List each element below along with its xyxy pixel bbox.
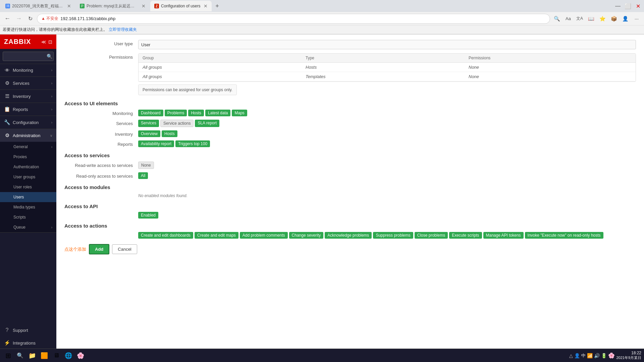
tag-triggers-top-100: Triggers top 100	[175, 140, 210, 147]
inventory-access-label: Inventory	[64, 130, 138, 137]
user-type-label: User type	[64, 40, 138, 46]
sidebar-subitem-media-types[interactable]: Media types	[0, 202, 56, 212]
tag-close-problems: Close problems	[415, 232, 448, 239]
form-button-row: 点这个添加 Add Cancel	[64, 244, 636, 254]
proxies-label: Proxies	[13, 155, 27, 159]
taskbar-user-icon[interactable]: 👤	[574, 353, 580, 358]
taskbar-app3-icon[interactable]: 🌸	[75, 350, 86, 361]
taskbar: ⊞ 🔍 📁 🟧 🖥 🌐 🌸 △ 👤 中 📶 🔊 🔋 🌸 18:22 2021年9…	[0, 349, 644, 362]
tab-3[interactable]: Z Configuration of users ✕	[150, 1, 212, 11]
taskbar-search-icon[interactable]: 🔍	[15, 350, 25, 361]
tag-maps: Maps	[232, 110, 247, 116]
sidebar-reports-label: Reports	[13, 107, 49, 112]
actions-tags-container: Create and edit dashboards Create and ed…	[138, 232, 636, 239]
actions-tags: Create and edit dashboards Create and ed…	[138, 232, 636, 239]
favorites-icon[interactable]: ⭐	[598, 14, 607, 23]
rw-access-tags: None	[138, 162, 636, 169]
sidebar-item-reports[interactable]: 📋 Reports ›	[0, 103, 56, 116]
collapse-sidebar-button[interactable]: ≪	[41, 39, 46, 45]
monitoring-icon: 👁	[4, 67, 10, 73]
maximize-button[interactable]: ⬜	[623, 1, 633, 11]
sidebar-services[interactable]: ⚙ Services ›	[0, 77, 56, 90]
tab-2[interactable]: P Problem: mysql主从延迟异常on... ✕	[76, 1, 150, 11]
sidebar-search-input[interactable]	[3, 52, 54, 61]
sidebar-subitem-users[interactable]: Users	[0, 192, 56, 202]
reader-mode-icon[interactable]: Aa	[564, 14, 573, 23]
tag-create-edit-dashboards: Create and edit dashboards	[138, 232, 193, 239]
taskbar-battery-icon[interactable]: 🔋	[601, 353, 607, 358]
minimize-button[interactable]: —	[613, 1, 623, 11]
inventory-access-tags: Overview Hosts	[138, 130, 636, 137]
sidebar-subitem-proxies[interactable]: Proxies	[0, 152, 56, 162]
tab-3-close[interactable]: ✕	[204, 3, 208, 9]
taskbar-notification-icon[interactable]: △	[569, 353, 573, 358]
search-icon[interactable]: 🔍	[552, 14, 561, 23]
access-services-title: Access to services	[64, 153, 636, 158]
back-button[interactable]: ←	[3, 14, 12, 23]
close-button[interactable]: ✕	[633, 1, 643, 11]
tag-ro-all: All	[138, 172, 148, 179]
sidebar-item-integrations[interactable]: ⚡ Integrations	[0, 337, 56, 349]
refresh-button[interactable]: ↻	[25, 14, 35, 23]
sidebar-reports[interactable]: 📋 Reports ›	[0, 103, 56, 116]
sidebar-monitoring-label: Monitoring	[13, 68, 49, 73]
configuration-arrow-icon: ›	[51, 121, 52, 124]
cancel-button[interactable]: Cancel	[112, 244, 137, 254]
tag-services: Services	[138, 120, 159, 127]
rw-access-label: Read-write access to services	[64, 162, 138, 168]
tag-execute-scripts: Execute scripts	[449, 232, 482, 239]
perm-group-2: All groups	[143, 74, 306, 79]
annotation-text: 点这个添加	[64, 246, 86, 252]
sidebar-monitoring[interactable]: 👁 Monitoring ›	[0, 64, 56, 77]
col-type: Type	[306, 56, 469, 60]
tag-rw-none: None	[138, 162, 154, 169]
general-label: General	[13, 144, 28, 149]
taskbar-app1-icon[interactable]: 🟧	[39, 350, 50, 361]
taskbar-volume-icon[interactable]: 🔊	[594, 353, 600, 358]
sidebar-subitem-user-roles[interactable]: User roles	[0, 182, 56, 192]
taskbar-explorer-icon[interactable]: 📁	[27, 350, 38, 361]
sidebar-item-monitoring[interactable]: 👁 Monitoring ›	[0, 64, 56, 76]
sidebar-subitem-user-groups[interactable]: User groups	[0, 172, 56, 182]
taskbar-app2-icon[interactable]: 🖥	[51, 350, 62, 361]
reports-access-tags: Availability report Triggers top 100	[138, 140, 636, 147]
bookmark-bar-link[interactable]: 立即管理收藏夹	[109, 27, 137, 33]
sidebar-inventory[interactable]: ☰ Inventory ›	[0, 90, 56, 103]
sidebar-item-inventory[interactable]: ☰ Inventory ›	[0, 90, 56, 103]
taskbar-start-button[interactable]: ⊞	[3, 350, 13, 361]
sidebar-item-services[interactable]: ⚙ Services ›	[0, 77, 56, 89]
sidebar-subitem-queue[interactable]: Queue ›	[0, 222, 56, 232]
sidebar-item-administration[interactable]: ⚙ Administration ∨	[0, 129, 56, 142]
tab-2-close[interactable]: ✕	[142, 3, 146, 9]
tag-availability-report: Availability report	[138, 140, 174, 147]
services-icon: ⚙	[4, 80, 10, 86]
new-tab-button[interactable]: +	[212, 1, 222, 11]
tag-dashboard: Dashboard	[138, 110, 163, 116]
sidebar-subitem-general[interactable]: General ›	[0, 142, 56, 152]
forward-button[interactable]: →	[14, 14, 23, 23]
sidebar-configuration[interactable]: 🔧 Configuration ›	[0, 116, 56, 129]
tab-3-favicon: Z	[154, 4, 159, 8]
tab-1[interactable]: 润 20220708_润天教育_程福兴_Linu... ✕	[1, 1, 75, 11]
profile-icon[interactable]: 👤	[621, 14, 630, 23]
tab-1-close[interactable]: ✕	[67, 3, 71, 9]
add-to-reading-list-icon[interactable]: 📖	[586, 14, 596, 23]
perm-type-1: Hosts	[306, 65, 469, 70]
translate-icon[interactable]: 文A	[575, 14, 584, 23]
sidebar-item-support[interactable]: ? Support	[0, 324, 56, 337]
add-button[interactable]: Add	[89, 244, 109, 254]
address-bar[interactable]: ▲ 不安全 192.168.171.136/zabbix.php	[37, 14, 550, 24]
inventory-access-row: Inventory Overview Hosts	[64, 130, 636, 137]
taskbar-app-icon-extra[interactable]: 🌸	[608, 352, 615, 359]
settings-icon[interactable]: ···	[632, 14, 641, 23]
sidebar-search-icon[interactable]: 🔍	[47, 54, 52, 59]
sidebar-subitem-scripts[interactable]: Scripts	[0, 212, 56, 222]
collections-icon[interactable]: 📦	[609, 14, 619, 23]
sidebar-item-configuration[interactable]: 🔧 Configuration ›	[0, 116, 56, 129]
new-window-button[interactable]: ⊡	[48, 39, 52, 45]
taskbar-ime-icon[interactable]: 中	[581, 353, 586, 359]
taskbar-wifi-icon[interactable]: 📶	[587, 353, 593, 358]
monitoring-access-tags: Dashboard Problems Hosts Latest data Map…	[138, 110, 636, 116]
sidebar-subitem-authentication[interactable]: Authentication	[0, 162, 56, 172]
taskbar-edge-icon[interactable]: 🌐	[63, 350, 74, 361]
